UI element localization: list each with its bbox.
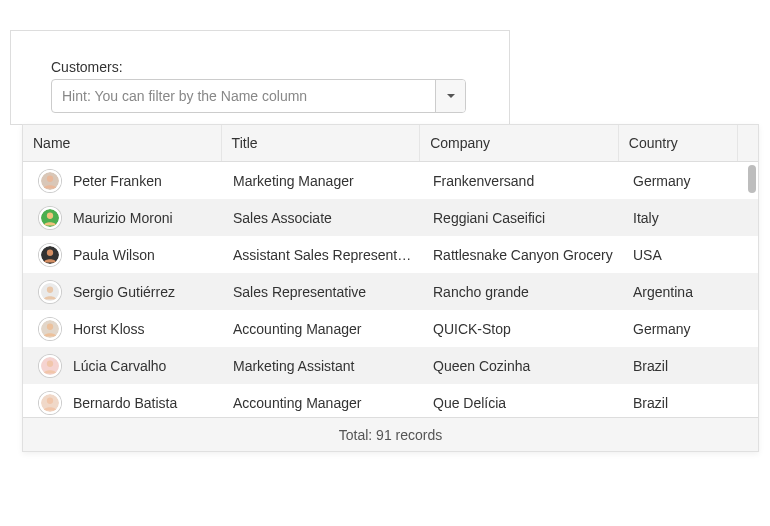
customers-label: Customers: — [51, 59, 509, 75]
table-row[interactable]: Peter FrankenMarketing ManagerFrankenver… — [23, 162, 758, 199]
cell-title: Sales Representative — [223, 273, 423, 310]
svg-point-7 — [47, 286, 53, 292]
avatar — [39, 170, 61, 192]
cell-country: Germany — [623, 162, 743, 199]
cell-company: Queen Cozinha — [423, 347, 623, 384]
avatar — [39, 244, 61, 266]
svg-point-5 — [47, 249, 53, 255]
svg-point-13 — [47, 397, 53, 403]
col-header-title[interactable]: Title — [222, 125, 421, 161]
cell-name-text: Sergio Gutiérrez — [73, 284, 175, 300]
grid-scrollbar[interactable] — [748, 165, 756, 415]
cell-country: Argentina — [623, 273, 743, 310]
cell-company: Que Delícia — [423, 384, 623, 417]
cell-title: Accounting Manager — [223, 384, 423, 417]
table-row[interactable]: Lúcia CarvalhoMarketing AssistantQueen C… — [23, 347, 758, 384]
cell-title: Marketing Assistant — [223, 347, 423, 384]
customers-input[interactable] — [52, 80, 435, 112]
col-header-country[interactable]: Country — [619, 125, 738, 161]
customers-combo[interactable] — [51, 79, 466, 113]
chevron-down-icon — [446, 88, 456, 104]
cell-name-text: Lúcia Carvalho — [73, 358, 166, 374]
table-row[interactable]: Sergio GutiérrezSales RepresentativeRanc… — [23, 273, 758, 310]
col-header-company[interactable]: Company — [420, 125, 619, 161]
cell-name: Horst Kloss — [23, 310, 223, 347]
cell-country: Italy — [623, 199, 743, 236]
cell-name: Maurizio Moroni — [23, 199, 223, 236]
avatar — [39, 207, 61, 229]
cell-name-text: Peter Franken — [73, 173, 162, 189]
table-row[interactable]: Paula WilsonAssistant Sales Represent…Ra… — [23, 236, 758, 273]
cell-name-text: Bernardo Batista — [73, 395, 177, 411]
grid-footer-text: Total: 91 records — [339, 427, 443, 443]
cell-country: Brazil — [623, 384, 743, 417]
grid-footer: Total: 91 records — [23, 417, 758, 451]
cell-country: USA — [623, 236, 743, 273]
table-row[interactable]: Horst KlossAccounting ManagerQUICK-StopG… — [23, 310, 758, 347]
grid-scrollbar-thumb[interactable] — [748, 165, 756, 193]
cell-company: Reggiani Caseifici — [423, 199, 623, 236]
cell-name-text: Paula Wilson — [73, 247, 155, 263]
cell-title: Accounting Manager — [223, 310, 423, 347]
customers-grid: Name Title Company Country Peter Franken… — [22, 124, 759, 452]
table-row[interactable]: Bernardo BatistaAccounting ManagerQue De… — [23, 384, 758, 417]
cell-company: Rancho grande — [423, 273, 623, 310]
cell-company: QUICK-Stop — [423, 310, 623, 347]
cell-company: Rattlesnake Canyon Grocery — [423, 236, 623, 273]
cell-company: Frankenversand — [423, 162, 623, 199]
svg-point-11 — [47, 360, 53, 366]
cell-title: Assistant Sales Represent… — [223, 236, 423, 273]
avatar — [39, 281, 61, 303]
col-header-name[interactable]: Name — [23, 125, 222, 161]
grid-body: Peter FrankenMarketing ManagerFrankenver… — [23, 162, 758, 417]
cell-name-text: Maurizio Moroni — [73, 210, 173, 226]
cell-name-text: Horst Kloss — [73, 321, 145, 337]
grid-header-row: Name Title Company Country — [23, 125, 758, 162]
cell-name: Peter Franken — [23, 162, 223, 199]
cell-country: Germany — [623, 310, 743, 347]
avatar — [39, 355, 61, 377]
filter-panel: Customers: — [10, 30, 510, 125]
cell-name: Paula Wilson — [23, 236, 223, 273]
col-header-scroll — [738, 125, 758, 161]
avatar — [39, 392, 61, 414]
cell-title: Sales Associate — [223, 199, 423, 236]
svg-point-1 — [47, 175, 53, 181]
cell-name: Bernardo Batista — [23, 384, 223, 417]
svg-point-3 — [47, 212, 53, 218]
combo-dropdown-button[interactable] — [435, 80, 465, 112]
table-row[interactable]: Maurizio MoroniSales AssociateReggiani C… — [23, 199, 758, 236]
cell-country: Brazil — [623, 347, 743, 384]
avatar — [39, 318, 61, 340]
cell-title: Marketing Manager — [223, 162, 423, 199]
cell-name: Sergio Gutiérrez — [23, 273, 223, 310]
svg-point-9 — [47, 323, 53, 329]
cell-name: Lúcia Carvalho — [23, 347, 223, 384]
